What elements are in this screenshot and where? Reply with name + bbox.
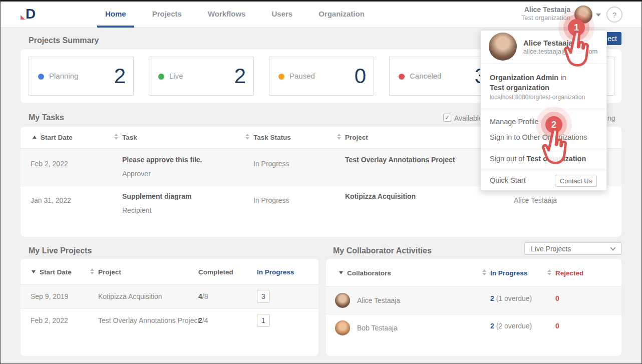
live-projects-select[interactable]: Live Projects [524, 242, 621, 255]
available-checkbox-label: Available [454, 114, 483, 122]
nav-item-workflows[interactable]: Workflows [200, 2, 254, 28]
my-tasks-title: My Tasks [29, 113, 64, 122]
navbar: D Home Projects Workflows Users Organiza… [1, 2, 641, 28]
col-completed[interactable]: Completed [198, 268, 233, 276]
main-nav: Home Projects Workflows Users Organizati… [97, 2, 383, 28]
projects-summary-title: Projects Summary [29, 36, 99, 45]
help-button[interactable]: ? [606, 7, 622, 23]
sort-icons [90, 268, 94, 274]
table-row[interactable]: Feb 2, 2022 Test Overlay Annotations Pro… [21, 308, 318, 332]
menu-item-manage-profile[interactable]: Manage Profile [490, 118, 539, 126]
divider [481, 109, 606, 109]
col-task[interactable]: Task [122, 134, 137, 141]
sort-icons [245, 134, 249, 140]
nav-item-organization[interactable]: Organization [310, 2, 373, 28]
menu-item-sign-in-other-orgs[interactable]: Sign in to Other Organizations [490, 133, 587, 141]
sort-icons [114, 134, 118, 140]
pointing-hand-icon [560, 29, 593, 70]
collaborators-header-row: Collaborators In Progress Rejected [326, 259, 621, 287]
canceled-dot-icon [399, 74, 405, 80]
filter-label-fragment: ng [607, 114, 615, 122]
summary-card-planning[interactable]: Planning 2 [29, 57, 134, 96]
col-rejected[interactable]: Rejected [555, 269, 583, 277]
menu-org-url: localhost:8080/org/test-organization [490, 94, 585, 101]
my-live-projects-panel: Start Date Project Completed In Progress… [21, 259, 318, 356]
sort-icons [337, 134, 341, 140]
sort-desc-icon [32, 270, 36, 273]
paused-dot-icon [278, 74, 284, 80]
summary-card-live[interactable]: Live 2 [149, 57, 254, 96]
live-projects-header-row: Start Date Project Completed In Progress [21, 259, 318, 285]
nav-item-projects[interactable]: Projects [144, 2, 190, 28]
table-row[interactable]: Bob Testaaja 2 (2 overdue) 0 [326, 314, 621, 341]
collaborator-activities-panel: Collaborators In Progress Rejected Alice… [326, 259, 621, 356]
sort-desc-icon [339, 271, 343, 274]
menu-item-sign-out[interactable]: Sign out of Test organization [490, 155, 586, 163]
avatar [489, 33, 517, 61]
question-icon: ? [612, 11, 616, 19]
sort-icons [482, 269, 486, 275]
planning-dot-icon [38, 74, 44, 80]
in-progress-count-box[interactable]: 1 [257, 314, 270, 327]
my-live-projects-title: My Live Projects [29, 246, 92, 255]
collaborator-activities-title: My Collaborator Activities [333, 246, 432, 255]
avatar [335, 293, 350, 308]
active-tab-underline [97, 26, 134, 28]
pointing-hand-icon [538, 127, 571, 168]
available-checkbox[interactable]: ✓ [443, 114, 451, 122]
chevron-down-icon[interactable] [596, 14, 601, 17]
user-name: Alice Testaaja [501, 6, 570, 14]
menu-role-line: Organization Admin in [490, 74, 566, 82]
app-logo[interactable]: D [21, 7, 36, 22]
user-org: Test organization [501, 14, 570, 22]
col-task-status[interactable]: Task Status [253, 134, 291, 141]
nav-item-home[interactable]: Home [97, 2, 134, 28]
col-start-date[interactable]: Start Date [40, 268, 72, 276]
col-project[interactable]: Project [345, 134, 368, 141]
table-row[interactable]: Sep 9, 2019 Kotipizza Acquisition 4/8 3 [21, 285, 318, 308]
col-project[interactable]: Project [98, 268, 121, 276]
table-row[interactable]: Alice Testaaja 2 (1 overdue) 0 [326, 287, 621, 314]
live-dot-icon [158, 74, 164, 80]
contact-us-button[interactable]: Contact Us [555, 175, 597, 187]
summary-card-paused[interactable]: Paused 0 [269, 57, 374, 96]
logo-letter: D [26, 7, 36, 22]
menu-item-quick-start[interactable]: Quick Start [490, 176, 526, 184]
app-window: D Home Projects Workflows Users Organiza… [0, 0, 642, 364]
menu-org-name: Test organization [490, 84, 549, 92]
nav-item-users[interactable]: Users [263, 2, 300, 28]
divider [481, 170, 606, 170]
col-collaborators[interactable]: Collaborators [347, 269, 391, 277]
avatar [335, 320, 350, 335]
col-in-progress[interactable]: In Progress [490, 269, 527, 277]
sort-asc-icon [33, 136, 37, 139]
col-in-progress[interactable]: In Progress [257, 268, 294, 276]
user-menu-trigger[interactable]: Alice Testaaja Test organization [501, 6, 570, 22]
col-start-date[interactable]: Start Date [41, 134, 73, 141]
logo-triangle-icon [21, 15, 25, 20]
check-icon: ✓ [445, 114, 450, 121]
in-progress-count-box[interactable]: 3 [257, 290, 270, 303]
chevron-down-icon [610, 245, 615, 250]
sort-icons [547, 269, 551, 275]
summary-card-canceled[interactable]: Canceled 3 [389, 57, 494, 96]
